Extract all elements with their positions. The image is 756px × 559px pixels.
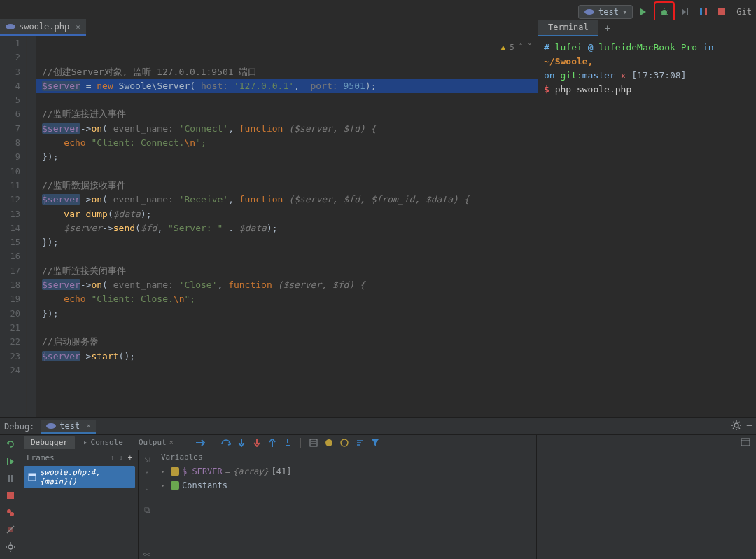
svg-line-19	[738, 428, 740, 429]
svg-point-27	[10, 512, 14, 516]
prev-frame-icon[interactable]: ↑	[110, 453, 115, 462]
debug-session-tab[interactable]: test ×	[41, 420, 96, 434]
step-over-button[interactable]	[220, 437, 232, 448]
close-icon[interactable]: ×	[86, 421, 91, 430]
mute-breakpoints-button[interactable]	[5, 525, 16, 534]
code-area[interactable]: ▲ 5 ˆ ˇ //创建Server对象, 监听 127.0.0.1:9501 …	[36, 36, 538, 417]
frames-toolbar: ⇲ ˆ ˇ ⧉ ⚯	[139, 450, 155, 559]
terminal-panel: Terminal + # lufei @ lufeideMacBook-Pro …	[538, 20, 756, 417]
svg-rect-51	[741, 439, 750, 446]
next-frame-icon[interactable]: ↓	[119, 453, 124, 462]
svg-rect-22	[7, 458, 8, 465]
expand-chevron-icon[interactable]: ▸	[161, 468, 168, 475]
svg-line-5	[661, 14, 662, 15]
svg-line-6	[666, 14, 668, 15]
tab-output[interactable]: Output×	[132, 436, 181, 449]
svg-point-12	[46, 423, 56, 429]
editor-tabs: swoole.php ×	[0, 20, 538, 36]
add-frame-icon[interactable]: +	[127, 453, 132, 462]
svg-rect-50	[29, 474, 36, 476]
close-icon[interactable]: ×	[169, 439, 174, 446]
step-into-button[interactable]	[236, 437, 247, 448]
prev-warning-icon[interactable]: ˆ	[519, 41, 524, 55]
run-toolbar: test ▼ Git	[578, 4, 756, 20]
debug-main: Debugger ▸Console Output× Frame	[21, 435, 536, 559]
sort-button[interactable]	[354, 437, 365, 448]
variable-constants[interactable]: ▸ Constants	[155, 478, 536, 492]
stop-button[interactable]	[5, 491, 16, 499]
restore-layout-icon[interactable]: ⇲	[144, 455, 149, 464]
debug-settings-button[interactable]	[5, 542, 16, 552]
run-config-name: test	[598, 7, 619, 17]
code-editor[interactable]: 123456789101112131415161718192021222324 …	[0, 36, 538, 417]
run-more-button[interactable]	[678, 4, 693, 20]
expand-icon[interactable]: ˆ	[144, 471, 149, 481]
frame-text: swoole.php:4, {main}()	[40, 468, 131, 486]
tab-debugger[interactable]: Debugger	[24, 436, 75, 449]
run-button[interactable]	[636, 4, 651, 20]
variables-column: Variables ▸ $_SERVER = {array} [41] ▸ Co…	[155, 450, 536, 559]
step-out-button[interactable]	[267, 437, 278, 448]
resume-button[interactable]	[5, 457, 16, 466]
svg-line-4	[666, 11, 668, 11]
debug-button[interactable]	[657, 4, 672, 20]
tab-filename: swoole.php	[19, 22, 69, 32]
dropdown-caret-icon: ▼	[623, 8, 626, 15]
memory-button[interactable]	[339, 437, 350, 448]
show-exec-point-button[interactable]	[195, 437, 206, 448]
php-icon	[6, 23, 15, 30]
frames-header: Frames ↑ ↓ +	[21, 450, 138, 464]
layout-button[interactable]	[741, 438, 752, 449]
copy-icon[interactable]: ⧉	[144, 505, 150, 515]
svg-point-11	[6, 24, 15, 29]
expand-chevron-icon[interactable]: ▸	[161, 482, 168, 489]
minimize-icon[interactable]: —	[747, 420, 752, 430]
next-warning-icon[interactable]: ˇ	[527, 41, 532, 55]
force-step-into-button[interactable]	[251, 437, 262, 448]
tab-swoole-php[interactable]: swoole.php ×	[0, 19, 86, 36]
terminal-tab[interactable]: Terminal	[538, 20, 598, 36]
svg-point-44	[326, 439, 332, 446]
evaluate-button[interactable]	[308, 437, 319, 448]
constants-icon	[171, 481, 179, 490]
console-icon: ▸	[83, 438, 88, 447]
gear-icon[interactable]	[732, 420, 741, 430]
svg-rect-8	[700, 8, 702, 15]
svg-line-21	[738, 422, 740, 423]
svg-point-0	[584, 9, 594, 15]
debug-panel: Debug: test × — Debugger ▸Console Output…	[0, 417, 756, 559]
variable-server[interactable]: ▸ $_SERVER = {array} [41]	[155, 464, 536, 478]
stop-button[interactable]	[714, 4, 729, 20]
svg-line-20	[733, 428, 734, 429]
rerun-button[interactable]	[5, 439, 16, 449]
debug-header: Debug: test × —	[0, 418, 756, 435]
frame-row[interactable]: swoole.php:4, {main}()	[24, 466, 135, 488]
fold-column	[27, 36, 36, 417]
new-terminal-button[interactable]: +	[598, 22, 617, 34]
pause-button[interactable]	[5, 474, 16, 483]
filter-button[interactable]	[370, 437, 381, 448]
svg-rect-10	[718, 8, 725, 15]
variables-header: Variables	[155, 450, 536, 464]
close-tab-icon[interactable]: ×	[76, 22, 80, 32]
run-to-cursor-button[interactable]	[282, 437, 293, 448]
trace-button[interactable]	[323, 437, 335, 448]
terminal-output[interactable]: # lufei @ lufeideMacBook-Pro in ~/Swoole…	[538, 36, 756, 101]
debug-label: Debug:	[4, 422, 34, 432]
attach-button[interactable]	[696, 4, 711, 20]
git-label[interactable]: Git	[736, 7, 752, 17]
svg-rect-25	[7, 492, 14, 499]
svg-rect-41	[310, 439, 317, 446]
svg-point-13	[734, 423, 738, 427]
collapse-icon[interactable]: ˇ	[144, 488, 149, 498]
svg-point-1	[662, 10, 667, 15]
line-number-gutter: 123456789101112131415161718192021222324	[0, 36, 27, 417]
svg-point-45	[341, 439, 348, 446]
link-icon[interactable]: ⚯	[144, 550, 150, 559]
inspection-widget[interactable]: ▲ 5 ˆ ˇ	[501, 41, 533, 55]
tab-console[interactable]: ▸Console	[76, 436, 130, 449]
warning-count: 5	[510, 41, 514, 55]
run-config-selector[interactable]: test ▼	[578, 5, 633, 19]
php-icon	[584, 7, 594, 17]
view-breakpoints-button[interactable]	[5, 509, 16, 517]
